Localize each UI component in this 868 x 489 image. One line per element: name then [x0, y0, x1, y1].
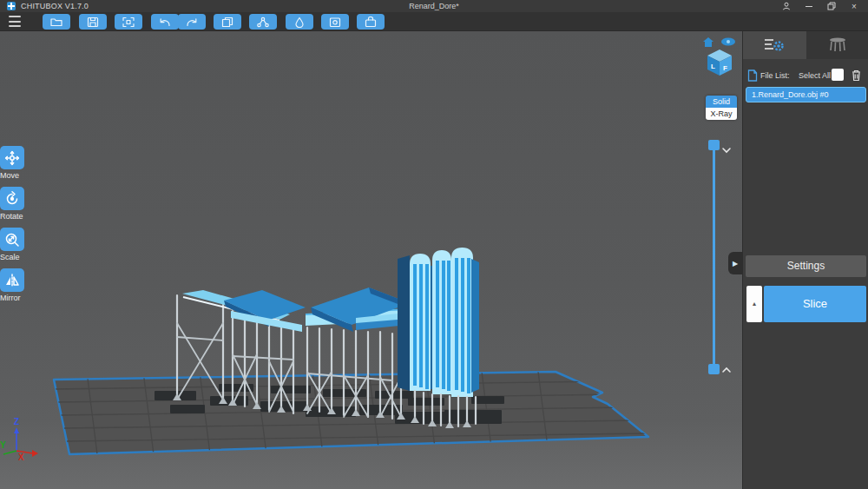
slice-settings-icon — [763, 36, 786, 54]
move-tool-label: Move — [0, 171, 30, 180]
solid-mode-button[interactable]: Solid — [706, 96, 737, 108]
auto-layout-button[interactable] — [249, 14, 277, 30]
restore-icon[interactable] — [826, 1, 837, 11]
mirror-tool-button[interactable] — [0, 268, 24, 292]
close-icon[interactable]: × — [849, 1, 859, 11]
auto-layout-icon — [256, 17, 270, 28]
render-mode-toggle: Solid X-Ray — [706, 96, 737, 120]
3d-viewport[interactable]: Z Y X Move Rotate Scale — [0, 31, 742, 489]
open-file-button[interactable] — [43, 14, 70, 30]
axis-indicator: Z Y X — [0, 417, 38, 462]
redo-button[interactable] — [178, 14, 206, 30]
dig-hole-button[interactable] — [321, 14, 349, 30]
slice-stepper-button[interactable]: ▴ — [746, 286, 762, 322]
menu-hamburger-icon[interactable] — [9, 16, 21, 27]
main-toolbar — [0, 12, 868, 31]
settings-button[interactable]: Settings — [746, 255, 866, 277]
save-button[interactable] — [79, 14, 107, 30]
tab-slice-settings[interactable] — [743, 31, 806, 59]
mirror-tool-label: Mirror — [0, 294, 30, 302]
file-list-label: File List: — [760, 71, 790, 80]
view-cube[interactable]: L F — [700, 35, 740, 76]
minimize-icon[interactable] — [804, 1, 814, 11]
axis-x-label: X — [18, 453, 24, 462]
tab-support[interactable] — [806, 31, 868, 59]
support-icon — [826, 36, 849, 54]
chevron-down-icon[interactable] — [721, 142, 732, 149]
file-list-item[interactable]: 1.Renard_Dore.obj #0 — [746, 87, 866, 102]
xray-mode-button[interactable]: X-Ray — [706, 108, 737, 120]
document-title: Renard_Dore* — [0, 2, 868, 10]
mirror-icon — [3, 272, 21, 289]
account-icon[interactable] — [781, 1, 792, 11]
select-all-label: Select All — [799, 71, 831, 80]
dig-hole-icon — [328, 17, 342, 28]
view-cube-faces[interactable]: L F — [707, 50, 732, 76]
open-file-icon — [49, 17, 63, 28]
move-icon — [3, 149, 21, 167]
scene-canvas: Z Y X — [0, 31, 742, 489]
model-towers — [410, 248, 479, 397]
hollow-button[interactable] — [286, 14, 313, 30]
rotate-tool-button[interactable] — [0, 187, 24, 210]
undo-button[interactable] — [151, 14, 179, 30]
home-icon[interactable] — [703, 37, 713, 47]
model-tower-back — [398, 255, 410, 391]
scale-tool-button[interactable] — [0, 228, 24, 251]
rotate-icon — [3, 190, 21, 208]
support-edit-button[interactable] — [357, 14, 385, 30]
axis-z-label: Z — [14, 417, 19, 426]
titlebar: CHITUBOX V1.7.0 Renard_Dore* × — [0, 0, 868, 12]
redo-icon — [185, 17, 199, 28]
z-slider-top-handle[interactable] — [708, 140, 720, 150]
scale-icon — [3, 231, 21, 248]
panel-tabs — [743, 31, 868, 59]
right-panel: File List: Select All 1.Renard_Dore.obj … — [742, 31, 868, 489]
clone-button[interactable] — [214, 14, 241, 30]
scale-tool-label: Scale — [0, 253, 30, 261]
file-list-header: File List: Select All — [743, 68, 868, 85]
hollow-icon — [293, 17, 306, 28]
rotate-tool-label: Rotate — [0, 212, 30, 221]
trash-icon[interactable] — [851, 69, 862, 82]
clone-icon — [220, 17, 234, 28]
fit-view-button[interactable] — [115, 14, 142, 30]
fit-view-icon — [122, 17, 135, 28]
save-icon — [86, 17, 100, 28]
select-all-checkbox[interactable] — [832, 69, 844, 81]
z-slider-bottom-handle[interactable] — [708, 364, 720, 374]
chevron-up-icon[interactable] — [721, 361, 732, 368]
window-controls: × — [781, 0, 868, 12]
z-slider-track[interactable] — [713, 145, 715, 369]
eye-icon[interactable] — [721, 38, 735, 46]
panel-collapse-handle[interactable]: ▶ — [728, 252, 742, 274]
file-icon — [747, 69, 758, 82]
cube-front-face-label: F — [723, 64, 727, 72]
move-tool-button[interactable] — [0, 146, 24, 169]
axis-y-label: Y — [0, 440, 6, 450]
undo-icon — [158, 17, 172, 28]
slice-button[interactable]: Slice — [764, 286, 866, 322]
cube-left-face-label: L — [711, 63, 715, 70]
support-edit-icon — [364, 17, 378, 28]
